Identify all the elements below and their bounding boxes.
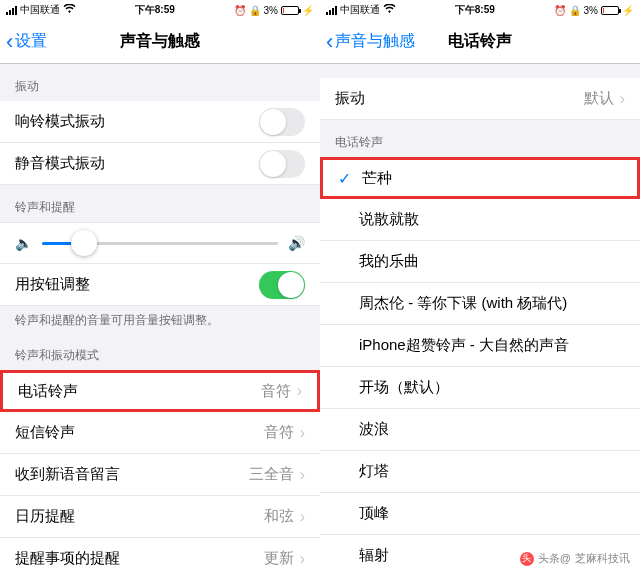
section-patterns-header: 铃声和振动模式 <box>0 333 320 370</box>
ring-vibrate-label: 响铃模式振动 <box>15 112 259 131</box>
sms-ringtone-value: 音符 <box>264 423 294 442</box>
volume-footer: 铃声和提醒的音量可用音量按钮调整。 <box>0 306 320 333</box>
wifi-icon <box>383 4 396 16</box>
voicemail-row[interactable]: 收到新语音留言 三全音 › <box>0 454 320 496</box>
section-ringer-header: 铃声和提醒 <box>0 185 320 222</box>
phone-ringtone-label: 电话铃声 <box>18 382 261 401</box>
back-label: 设置 <box>15 31 47 52</box>
sms-ringtone-row[interactable]: 短信铃声 音符 › <box>0 412 320 454</box>
carrier-label: 中国联通 <box>340 3 380 17</box>
section-ringtones-header: 电话铃声 <box>320 120 640 157</box>
chevron-right-icon: › <box>297 382 302 400</box>
ringtone-label: 灯塔 <box>335 462 625 481</box>
ringtone-label: 周杰伦 - 等你下课 (with 杨瑞代) <box>335 294 625 313</box>
calendar-value: 和弦 <box>264 507 294 526</box>
speaker-low-icon: 🔈 <box>15 235 32 251</box>
ringtone-row[interactable]: iPhone超赞铃声 - 大自然的声音 <box>320 325 640 367</box>
ring-vibrate-row[interactable]: 响铃模式振动 <box>0 101 320 143</box>
ringtone-row[interactable]: 周杰伦 - 等你下课 (with 杨瑞代) <box>320 283 640 325</box>
ring-vibrate-switch[interactable] <box>259 108 305 136</box>
ringtone-row[interactable]: 波浪 <box>320 409 640 451</box>
vibrate-row[interactable]: 振动 默认 › <box>320 78 640 120</box>
phone-ringtone-value: 音符 <box>261 382 291 401</box>
ringtone-label: 芒种 <box>362 169 622 188</box>
nav-bar: ‹ 声音与触感 电话铃声 <box>320 20 640 64</box>
nav-bar: ‹ 设置 声音与触感 <box>0 20 320 64</box>
check-icon: ✓ <box>338 169 362 188</box>
screen-ringtone: 中国联通 下午8:59 ⏰ 🔒 3% ⚡ ‹ 声音与触感 电话铃声 振动 默认 … <box>320 0 640 570</box>
back-button[interactable]: ‹ 声音与触感 <box>320 29 415 55</box>
voicemail-value: 三全音 <box>249 465 294 484</box>
battery-percent: 3% <box>264 5 278 16</box>
back-label: 声音与触感 <box>335 31 415 52</box>
chevron-right-icon: › <box>620 90 625 108</box>
wifi-icon <box>63 4 76 16</box>
signal-icon <box>6 6 17 15</box>
page-title: 电话铃声 <box>448 31 512 52</box>
battery-icon <box>601 6 619 15</box>
status-bar: 中国联通 下午8:59 ⏰ 🔒 3% ⚡ <box>320 0 640 20</box>
voicemail-label: 收到新语音留言 <box>15 465 249 484</box>
ringtone-label: 开场（默认） <box>335 378 625 397</box>
charging-icon: ⚡ <box>302 5 314 16</box>
ringtone-row[interactable]: 开场（默认） <box>320 367 640 409</box>
battery-icon <box>281 6 299 15</box>
carrier-label: 中国联通 <box>20 3 60 17</box>
alarm-icon: ⏰ <box>234 5 246 16</box>
chevron-right-icon: › <box>300 466 305 484</box>
ringtone-row[interactable]: 我的乐曲 <box>320 241 640 283</box>
phone-ringtone-row[interactable]: 电话铃声 音符 › <box>0 370 320 412</box>
speaker-high-icon: 🔊 <box>288 235 305 251</box>
ringtone-label: 波浪 <box>335 420 625 439</box>
chevron-right-icon: › <box>300 550 305 568</box>
ringtone-row[interactable]: 说散就散 <box>320 199 640 241</box>
silent-vibrate-row[interactable]: 静音模式振动 <box>0 143 320 185</box>
ringtone-selected-row[interactable]: ✓ 芒种 <box>320 157 640 199</box>
screen-sounds: 中国联通 下午8:59 ⏰ 🔒 3% ⚡ ‹ 设置 声音与触感 振动 响铃模式振… <box>0 0 320 570</box>
vibrate-value: 默认 <box>584 89 614 108</box>
silent-vibrate-switch[interactable] <box>259 150 305 178</box>
watermark-logo-icon: 头 <box>520 552 534 566</box>
reminders-value: 更新 <box>264 549 294 568</box>
chevron-right-icon: › <box>300 424 305 442</box>
watermark: 头 头条@芝麻科技讯 <box>520 551 630 566</box>
signal-icon <box>326 6 337 15</box>
charging-icon: ⚡ <box>622 5 634 16</box>
ringtone-label: 顶峰 <box>335 504 625 523</box>
watermark-prefix: 头条@ <box>538 551 571 566</box>
use-buttons-switch[interactable] <box>259 271 305 299</box>
ringtone-label: 说散就散 <box>335 210 625 229</box>
status-bar: 中国联通 下午8:59 ⏰ 🔒 3% ⚡ <box>0 0 320 20</box>
silent-vibrate-label: 静音模式振动 <box>15 154 259 173</box>
watermark-name: 芝麻科技讯 <box>575 551 630 566</box>
reminders-label: 提醒事项的提醒 <box>15 549 264 568</box>
vibrate-label: 振动 <box>335 89 584 108</box>
page-title: 声音与触感 <box>120 31 200 52</box>
alarm-icon: ⏰ <box>554 5 566 16</box>
ringtone-label: iPhone超赞铃声 - 大自然的声音 <box>335 336 625 355</box>
reminders-row[interactable]: 提醒事项的提醒 更新 › <box>0 538 320 570</box>
ringtone-label: 我的乐曲 <box>335 252 625 271</box>
rotation-lock-icon: 🔒 <box>249 5 261 16</box>
ringtone-row[interactable]: 顶峰 <box>320 493 640 535</box>
back-button[interactable]: ‹ 设置 <box>0 29 47 55</box>
use-buttons-row[interactable]: 用按钮调整 <box>0 264 320 306</box>
chevron-right-icon: › <box>300 508 305 526</box>
status-time: 下午8:59 <box>455 3 495 17</box>
sms-ringtone-label: 短信铃声 <box>15 423 264 442</box>
volume-slider-row: 🔈 🔊 <box>0 222 320 264</box>
chevron-left-icon: ‹ <box>6 29 13 55</box>
use-buttons-label: 用按钮调整 <box>15 275 259 294</box>
calendar-row[interactable]: 日历提醒 和弦 › <box>0 496 320 538</box>
ringtone-row[interactable]: 灯塔 <box>320 451 640 493</box>
calendar-label: 日历提醒 <box>15 507 264 526</box>
section-vibrate-header: 振动 <box>0 64 320 101</box>
volume-slider[interactable] <box>42 242 278 245</box>
rotation-lock-icon: 🔒 <box>569 5 581 16</box>
status-time: 下午8:59 <box>135 3 175 17</box>
chevron-left-icon: ‹ <box>326 29 333 55</box>
battery-percent: 3% <box>584 5 598 16</box>
